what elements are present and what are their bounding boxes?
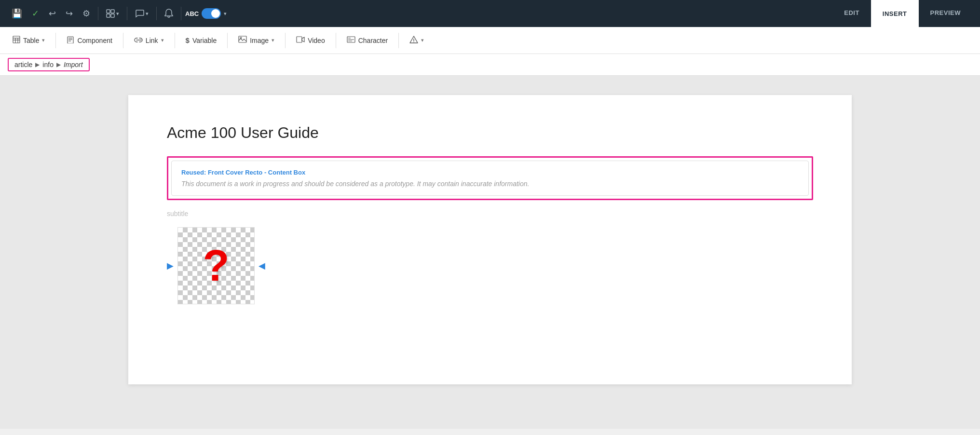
variable-button[interactable]: $ Variable (179, 32, 224, 48)
undo-icon[interactable]: ↩ (45, 5, 60, 22)
editor-page: Acme 100 User Guide Reused: Front Cover … (128, 95, 852, 384)
breadcrumb-arrow-1: ▶ (35, 61, 40, 68)
reused-box: Reused: Front Cover Recto - Content Box … (171, 161, 809, 196)
breadcrumb-bar: article ▶ info ▶ Import (0, 54, 980, 76)
table-button[interactable]: Table ▾ (6, 32, 52, 49)
component-button[interactable]: Component (60, 32, 119, 49)
component-label: Component (77, 37, 112, 44)
chat-icon[interactable]: ▾ (131, 6, 152, 21)
svg-rect-0 (107, 10, 110, 13)
character-icon (347, 36, 355, 45)
svg-rect-1 (111, 10, 114, 13)
toggle-track[interactable] (202, 8, 221, 19)
divider-3 (175, 33, 175, 48)
separator-4 (181, 7, 181, 20)
video-label: Video (308, 37, 325, 44)
separator-2 (127, 7, 127, 20)
save-icon[interactable]: 💾 (8, 5, 26, 22)
link-label: Link (146, 37, 158, 44)
svg-rect-4 (13, 36, 20, 43)
link-chevron-icon: ▾ (161, 37, 164, 43)
reused-link[interactable]: Front Cover Recto - Content Box (208, 169, 305, 176)
reused-body-text: This document is a work in progress and … (181, 180, 799, 188)
video-icon (296, 36, 305, 45)
separator-3 (156, 7, 157, 20)
reused-label: Reused: Front Cover Recto - Content Box (181, 169, 799, 176)
svg-point-21 (413, 41, 414, 42)
top-nav-tabs: EDIT INSERT PREVIEW (832, 0, 972, 27)
breadcrumb[interactable]: article ▶ info ▶ Import (8, 58, 90, 71)
reused-prefix: Reused: (181, 169, 208, 176)
question-mark-icon: ? (203, 244, 230, 287)
breadcrumb-article: article (14, 61, 32, 68)
image-icon (238, 36, 247, 45)
settings-icon[interactable]: ⚙ (79, 5, 94, 22)
layout-icon[interactable]: ▾ (102, 6, 123, 21)
link-button[interactable]: Link ▾ (127, 32, 171, 49)
image-label: Image (250, 37, 269, 44)
link-icon (134, 36, 143, 45)
breadcrumb-import: Import (64, 61, 83, 68)
image-placeholder[interactable]: ? (177, 227, 255, 304)
image-placeholder-wrapper: ▶ ? ◀ (167, 227, 813, 304)
image-button[interactable]: Image ▾ (231, 32, 281, 49)
divider-2 (123, 33, 123, 48)
breadcrumb-arrow-2: ▶ (56, 61, 61, 68)
character-label: Character (358, 37, 388, 44)
warning-icon (409, 36, 418, 45)
svg-rect-2 (107, 14, 110, 17)
separator-1 (98, 7, 98, 20)
subtitle-placeholder: subtitle (167, 210, 813, 218)
reused-box-wrapper[interactable]: Reused: Front Cover Recto - Content Box … (167, 156, 813, 200)
image-chevron-icon: ▾ (272, 37, 274, 43)
preview-tab[interactable]: PREVIEW (919, 0, 972, 27)
spell-check-toggle[interactable]: ABC ▾ (185, 8, 227, 19)
insert-tab[interactable]: INSERT (871, 0, 919, 27)
main-content: Acme 100 User Guide Reused: Front Cover … (0, 76, 980, 429)
resize-right-arrow-icon[interactable]: ◀ (259, 260, 265, 271)
svg-rect-3 (111, 14, 114, 17)
svg-rect-9 (68, 37, 73, 43)
divider-5 (285, 33, 286, 48)
svg-rect-15 (297, 37, 302, 42)
edit-tab[interactable]: EDIT (832, 0, 871, 27)
resize-left-arrow-icon[interactable]: ▶ (167, 260, 174, 271)
abc-label: ABC (185, 10, 199, 17)
divider-7 (398, 33, 399, 48)
table-icon (13, 36, 20, 45)
toggle-thumb (211, 9, 220, 18)
check-icon[interactable]: ✓ (28, 5, 43, 22)
warning-chevron-icon: ▾ (421, 37, 424, 43)
divider-1 (55, 33, 56, 48)
video-button[interactable]: Video (289, 32, 332, 49)
insert-toolbar: Table ▾ Component Link ▾ $ Variable (0, 27, 980, 54)
toggle-chevron-icon[interactable]: ▾ (224, 11, 227, 17)
svg-point-14 (240, 37, 242, 39)
component-icon (67, 36, 74, 45)
warning-button[interactable]: ▾ (403, 32, 431, 49)
variable-label: Variable (192, 37, 217, 44)
redo-icon[interactable]: ↪ (62, 5, 77, 22)
character-button[interactable]: Character (340, 32, 395, 49)
divider-4 (227, 33, 228, 48)
table-chevron-icon: ▾ (42, 37, 45, 43)
table-label: Table (23, 37, 39, 44)
bell-icon[interactable] (161, 6, 177, 21)
page-title: Acme 100 User Guide (167, 124, 813, 142)
variable-icon: $ (186, 36, 190, 44)
top-toolbar: 💾 ✓ ↩ ↪ ⚙ ▾ ▾ ABC ▾ EDIT (0, 0, 980, 27)
breadcrumb-info: info (42, 61, 54, 68)
divider-6 (336, 33, 336, 48)
